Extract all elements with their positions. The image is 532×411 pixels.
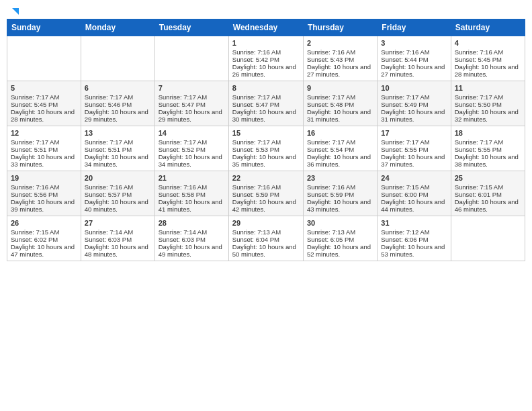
daylight-text: Daylight: 10 hours and 29 minutes. (159, 108, 225, 123)
calendar-day-cell: 17Sunrise: 7:17 AMSunset: 5:55 PMDayligh… (378, 126, 451, 171)
daylight-text: Daylight: 10 hours and 49 minutes. (159, 243, 225, 258)
sunrise-text: Sunrise: 7:17 AM (307, 93, 373, 101)
sunset-text: Sunset: 5:59 PM (307, 191, 373, 198)
sunset-text: Sunset: 5:55 PM (381, 146, 447, 153)
day-number: 22 (232, 174, 300, 182)
sunrise-text: Sunrise: 7:13 AM (307, 228, 373, 236)
sunset-text: Sunset: 5:58 PM (159, 191, 225, 198)
daylight-text: Daylight: 10 hours and 44 minutes. (381, 198, 447, 213)
calendar-week-row: 12Sunrise: 7:17 AMSunset: 5:51 PMDayligh… (7, 126, 525, 171)
sunrise-text: Sunrise: 7:17 AM (85, 138, 151, 146)
daylight-text: Daylight: 10 hours and 33 minutes. (11, 153, 77, 168)
sunset-text: Sunset: 6:06 PM (381, 236, 447, 243)
day-number: 28 (159, 219, 225, 227)
calendar-day-cell: 16Sunrise: 7:17 AMSunset: 5:54 PMDayligh… (303, 126, 377, 171)
sunset-text: Sunset: 5:45 PM (11, 101, 77, 108)
sunset-text: Sunset: 6:01 PM (455, 191, 521, 198)
sunrise-text: Sunrise: 7:17 AM (307, 138, 373, 146)
sunrise-text: Sunrise: 7:15 AM (381, 183, 447, 191)
weekday-header-saturday: Saturday (451, 19, 525, 36)
day-number: 15 (232, 129, 300, 137)
sunset-text: Sunset: 6:03 PM (85, 236, 151, 243)
day-number: 16 (307, 129, 373, 137)
daylight-text: Daylight: 10 hours and 43 minutes. (307, 198, 373, 213)
sunset-text: Sunset: 6:04 PM (232, 236, 300, 243)
sunset-text: Sunset: 5:45 PM (455, 56, 521, 63)
day-number: 4 (455, 39, 521, 47)
calendar-day-cell: 30Sunrise: 7:13 AMSunset: 6:05 PMDayligh… (303, 216, 377, 261)
day-number: 12 (11, 129, 77, 137)
daylight-text: Daylight: 10 hours and 31 minutes. (307, 108, 373, 123)
daylight-text: Daylight: 10 hours and 36 minutes. (307, 153, 373, 168)
day-number: 13 (85, 129, 151, 137)
sunset-text: Sunset: 6:02 PM (11, 236, 77, 243)
weekday-header-tuesday: Tuesday (154, 19, 228, 36)
daylight-text: Daylight: 10 hours and 42 minutes. (232, 198, 300, 213)
calendar-day-cell: 19Sunrise: 7:16 AMSunset: 5:56 PMDayligh… (7, 171, 81, 216)
calendar-day-cell: 29Sunrise: 7:13 AMSunset: 6:04 PMDayligh… (228, 216, 303, 261)
calendar-day-cell: 24Sunrise: 7:15 AMSunset: 6:00 PMDayligh… (378, 171, 451, 216)
sunset-text: Sunset: 5:46 PM (85, 101, 151, 108)
day-number: 25 (455, 174, 521, 182)
sunset-text: Sunset: 5:44 PM (381, 56, 447, 63)
calendar-week-row: 1Sunrise: 7:16 AMSunset: 5:42 PMDaylight… (7, 36, 525, 81)
sunset-text: Sunset: 5:51 PM (85, 146, 151, 153)
daylight-text: Daylight: 10 hours and 26 minutes. (232, 63, 300, 78)
daylight-text: Daylight: 10 hours and 46 minutes. (455, 198, 521, 213)
calendar-day-cell: 26Sunrise: 7:15 AMSunset: 6:02 PMDayligh… (7, 216, 81, 261)
sunset-text: Sunset: 5:43 PM (307, 56, 373, 63)
calendar-day-cell: 12Sunrise: 7:17 AMSunset: 5:51 PMDayligh… (7, 126, 81, 171)
calendar-day-cell (7, 36, 81, 81)
calendar-day-cell (81, 36, 154, 81)
daylight-text: Daylight: 10 hours and 38 minutes. (455, 153, 521, 168)
day-number: 19 (11, 174, 77, 182)
sunrise-text: Sunrise: 7:17 AM (455, 93, 521, 101)
sunrise-text: Sunrise: 7:16 AM (232, 48, 300, 56)
sunrise-text: Sunrise: 7:17 AM (232, 138, 300, 146)
day-number: 29 (232, 219, 300, 227)
sunrise-text: Sunrise: 7:17 AM (159, 93, 225, 101)
sunset-text: Sunset: 5:50 PM (455, 101, 521, 108)
calendar-day-cell: 25Sunrise: 7:15 AMSunset: 6:01 PMDayligh… (451, 171, 525, 216)
sunrise-text: Sunrise: 7:16 AM (232, 183, 300, 191)
day-number: 24 (381, 174, 447, 182)
calendar-day-cell: 15Sunrise: 7:17 AMSunset: 5:53 PMDayligh… (228, 126, 303, 171)
daylight-text: Daylight: 10 hours and 47 minutes. (11, 243, 77, 258)
sunset-text: Sunset: 5:42 PM (232, 56, 300, 63)
logo-triangle-icon (11, 7, 20, 16)
sunrise-text: Sunrise: 7:16 AM (85, 183, 151, 191)
day-number: 31 (381, 219, 447, 227)
daylight-text: Daylight: 10 hours and 40 minutes. (85, 198, 151, 213)
daylight-text: Daylight: 10 hours and 50 minutes. (232, 243, 300, 258)
sunrise-text: Sunrise: 7:17 AM (381, 138, 447, 146)
svg-marker-0 (12, 8, 19, 15)
calendar-day-cell (451, 216, 525, 261)
sunrise-text: Sunrise: 7:16 AM (455, 48, 521, 56)
daylight-text: Daylight: 10 hours and 41 minutes. (159, 198, 225, 213)
daylight-text: Daylight: 10 hours and 34 minutes. (85, 153, 151, 168)
sunrise-text: Sunrise: 7:14 AM (85, 228, 151, 236)
sunrise-text: Sunrise: 7:12 AM (381, 228, 447, 236)
day-number: 5 (11, 84, 77, 92)
sunrise-text: Sunrise: 7:17 AM (11, 138, 77, 146)
calendar-day-cell: 2Sunrise: 7:16 AMSunset: 5:43 PMDaylight… (303, 36, 377, 81)
daylight-text: Daylight: 10 hours and 52 minutes. (307, 243, 373, 258)
sunset-text: Sunset: 5:54 PM (307, 146, 373, 153)
sunset-text: Sunset: 6:05 PM (307, 236, 373, 243)
day-number: 11 (455, 84, 521, 92)
sunset-text: Sunset: 6:00 PM (381, 191, 447, 198)
calendar-table: SundayMondayTuesdayWednesdayThursdayFrid… (7, 19, 525, 261)
sunset-text: Sunset: 5:51 PM (11, 146, 77, 153)
daylight-text: Daylight: 10 hours and 30 minutes. (232, 108, 300, 123)
sunrise-text: Sunrise: 7:17 AM (232, 93, 300, 101)
day-number: 2 (307, 39, 373, 47)
sunset-text: Sunset: 6:03 PM (159, 236, 225, 243)
daylight-text: Daylight: 10 hours and 53 minutes. (381, 243, 447, 258)
day-number: 10 (381, 84, 447, 92)
day-number: 26 (11, 219, 77, 227)
calendar-week-row: 5Sunrise: 7:17 AMSunset: 5:45 PMDaylight… (7, 81, 525, 126)
day-number: 17 (381, 129, 447, 137)
day-number: 18 (455, 129, 521, 137)
sunset-text: Sunset: 5:59 PM (232, 191, 300, 198)
calendar-day-cell (154, 36, 228, 81)
